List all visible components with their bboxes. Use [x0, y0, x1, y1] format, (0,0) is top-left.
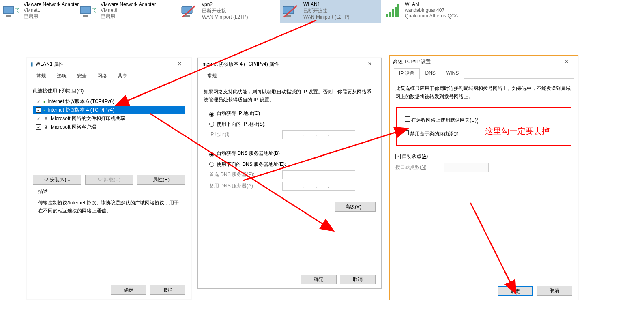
description-group: 描述 传输控制协议/Internet 协议。该协议是默认的广域网络协议，用于在不… — [33, 191, 185, 227]
ipv4-properties-dialog: Internet 协议版本 4 (TCP/IPv4) 属性 × 常规 如果网络支… — [197, 58, 382, 289]
wifi-icon: ▮ — [30, 61, 33, 67]
dialog-title: Internet 协议版本 4 (TCP/IPv4) 属性 — [201, 61, 362, 68]
checkbox-auto-metric[interactable]: 自动跃点(A) — [395, 153, 572, 160]
dns2-input: . . . — [282, 182, 355, 191]
advanced-tcpip-dialog: 高级 TCP/IP 设置 × IP 设置 DNS WINS 此复选框只应用于你同… — [389, 55, 578, 300]
tab-options[interactable]: 选项 — [52, 71, 72, 81]
tabs: 常规 选项 安全 网络 共享 — [31, 70, 187, 81]
cancel-button[interactable]: 取消 — [150, 285, 185, 295]
close-icon[interactable]: × — [172, 60, 188, 68]
intro-text: 如果网络支持此功能，则可以获取自动指派的 IP 设置。否则，你需要从网络系统管理… — [204, 88, 376, 104]
adapter-icon — [180, 2, 200, 21]
hop-count-input — [444, 163, 489, 172]
dialog-title: 高级 TCP/IP 设置 — [393, 58, 558, 65]
list-item: ▪Internet 协议版本 6 (TCP/IPv6) — [33, 97, 185, 106]
adapter-wlan1[interactable]: WLAN1 已断开连接 WAN Miniport (L2TP) — [280, 0, 381, 23]
description-text: 传输控制协议/Internet 协议。该协议是默认的广域网络协议，用于在不同的相… — [38, 199, 180, 215]
install-button[interactable]: 🛡 安装(N)... — [33, 175, 81, 185]
dialog-title: WLAN1 属性 — [36, 61, 172, 68]
checkbox[interactable] — [405, 116, 410, 122]
components-listbox[interactable]: ▪Internet 协议版本 6 (TCP/IPv6) ▪Internet 协议… — [33, 97, 185, 170]
radio-manual-dns[interactable]: 使用下面的 DNS 服务器地址(E): — [209, 161, 376, 168]
list-item-selected: ▪Internet 协议版本 4 (TCP/IPv4) — [33, 106, 185, 114]
properties-button[interactable]: 属性(R) — [137, 175, 185, 185]
svg-rect-1 — [6, 15, 11, 17]
svg-rect-0 — [3, 6, 14, 14]
checkbox-remote-gateway[interactable]: 在远程网络上使用默认网关(U) — [404, 116, 478, 124]
tab-ip-settings[interactable]: IP 设置 — [394, 68, 420, 79]
adapter-vmnet8[interactable]: VMware Network Adapter VMnet8 已启用 — [77, 0, 178, 23]
ok-button[interactable]: 确定 — [301, 275, 337, 284]
dns1-input: . . . — [282, 170, 355, 179]
adapter-vmnet1[interactable]: VMware Network Adapter VMnet1 已启用 — [0, 0, 77, 23]
adapter-icon — [2, 2, 21, 21]
adapter-icon — [281, 2, 301, 21]
checkbox[interactable] — [36, 124, 41, 130]
adapter-wlan[interactable]: WLAN wandabinguan407 Qualcomm Atheros QC… — [381, 0, 483, 23]
annotation-text: 这里勾一定要去掉 — [485, 126, 550, 137]
cancel-button[interactable]: 取消 — [537, 286, 572, 296]
ok-button[interactable]: 确定 — [498, 286, 533, 296]
radio-auto-ip[interactable]: 自动获得 IP 地址(O) — [209, 110, 376, 117]
network-adapters-row: VMware Network Adapter VMnet1 已启用 VMware… — [0, 0, 483, 23]
list-item: 🖥Microsoft 网络的文件和打印机共享 — [33, 114, 185, 123]
ok-button[interactable]: 确定 — [111, 285, 146, 295]
wlan1-properties-dialog: ▮ WLAN1 属性 × 常规 选项 安全 网络 共享 此连接使用下列项目(O)… — [27, 58, 191, 299]
radio-auto-dns[interactable]: 自动获得 DNS 服务器地址(B) — [209, 150, 376, 157]
tab-network[interactable]: 网络 — [92, 71, 112, 81]
list-label: 此连接使用下列项目(O): — [33, 88, 185, 94]
tab-wins[interactable]: WINS — [441, 68, 464, 79]
checkbox[interactable] — [404, 130, 409, 135]
adapter-title: VMware Network Adapter — [24, 2, 79, 7]
adapter-icon — [79, 2, 98, 21]
tab-general[interactable]: 常规 — [202, 71, 222, 81]
tab-security[interactable]: 安全 — [72, 71, 92, 81]
svg-rect-2 — [80, 6, 91, 14]
cancel-button[interactable]: 取消 — [340, 275, 376, 284]
ip-address-input: . . . — [282, 130, 355, 139]
advanced-button[interactable]: 高级(V)... — [335, 202, 376, 212]
checkbox[interactable] — [36, 116, 41, 121]
list-item: 🖥Microsoft 网络客户端 — [33, 123, 185, 131]
intro-text: 此复选框只应用于你同时连接到局域网和拨号网络上。如果选中，不能发送到局域网上的数… — [395, 84, 572, 101]
uninstall-button: 🛡 卸载(U) — [85, 175, 133, 185]
adapter-vpn2[interactable]: vpn2 已断开连接 WAN Miniport (L2TP) — [178, 0, 280, 23]
checkbox[interactable] — [395, 154, 401, 159]
tab-sharing[interactable]: 共享 — [112, 71, 133, 81]
tab-general[interactable]: 常规 — [31, 71, 52, 81]
close-icon[interactable]: × — [362, 60, 378, 68]
ip-group: 自动获得 IP 地址(O) 使用下面的 IP 地址(S): IP 地址(I):.… — [204, 110, 376, 146]
radio-manual-ip[interactable]: 使用下面的 IP 地址(S): — [209, 121, 376, 128]
signal-bars-icon — [383, 2, 402, 21]
checkbox[interactable] — [36, 99, 41, 104]
close-icon[interactable]: × — [558, 58, 575, 65]
checkbox[interactable] — [36, 107, 41, 113]
svg-rect-3 — [83, 15, 88, 17]
tab-dns[interactable]: DNS — [420, 68, 440, 79]
hop-label: 接口跃点数(N): — [395, 164, 440, 171]
